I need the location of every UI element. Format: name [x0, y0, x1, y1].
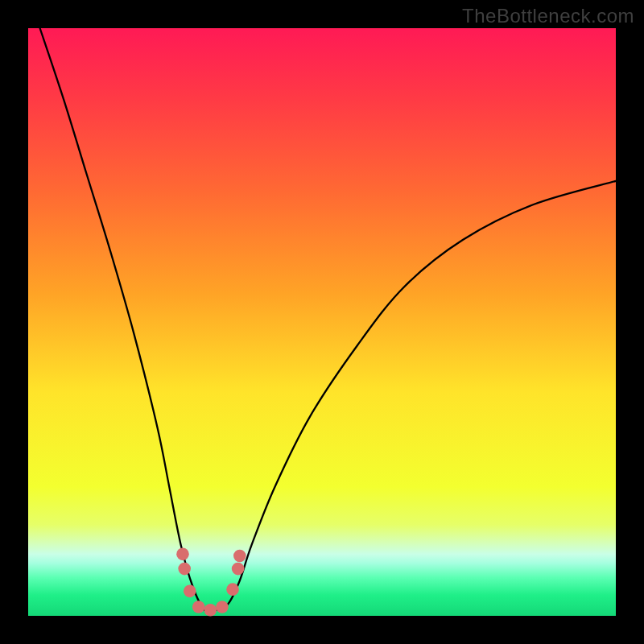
marker-dot [184, 585, 196, 598]
chart-frame: TheBottleneck.com [0, 0, 644, 644]
marker-dot [204, 604, 217, 617]
marker-dot [178, 563, 191, 576]
watermark-label: TheBottleneck.com [462, 5, 634, 27]
chart-svg [0, 0, 644, 644]
marker-dot [232, 563, 245, 576]
marker-dot [176, 548, 189, 561]
marker-dot [233, 550, 246, 563]
gradient-background [28, 28, 616, 616]
marker-dot [192, 601, 205, 613]
marker-dot [216, 601, 229, 613]
marker-dot [226, 583, 239, 596]
